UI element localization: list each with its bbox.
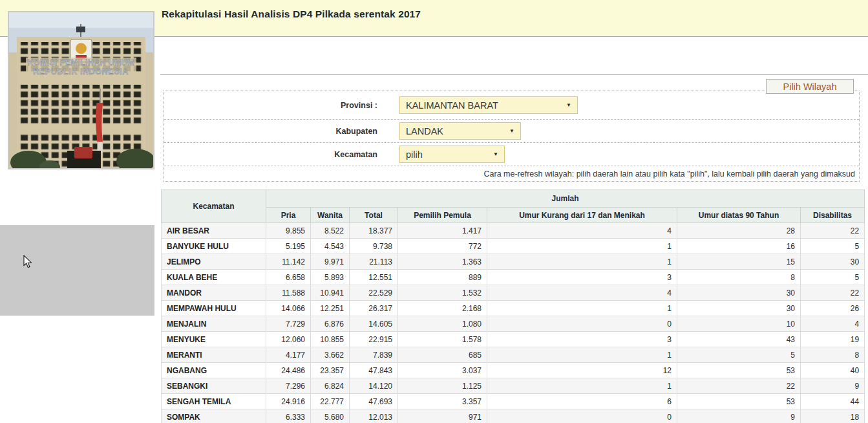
value-cell: 1.532 <box>398 285 487 301</box>
value-cell: 0 <box>487 409 677 423</box>
kecamatan-cell: MENYUKE <box>162 332 266 347</box>
value-cell: 1.080 <box>398 316 487 332</box>
value-cell: 1.578 <box>398 332 487 347</box>
value-cell: 1 <box>487 239 677 254</box>
value-cell: 24.486 <box>266 363 311 378</box>
value-cell: 53 <box>677 394 801 409</box>
kecamatan-cell: AIR BESAR <box>162 223 266 239</box>
value-cell: 6.658 <box>266 270 311 285</box>
kecamatan-cell: JELIMPO <box>162 254 266 270</box>
value-cell: 12.251 <box>311 301 350 316</box>
table-row: AIR BESAR9.8558.52218.3771.41742822 <box>162 223 865 239</box>
value-cell: 9.855 <box>266 223 311 239</box>
region-form-panel: Provinsi : KALIMANTAN BARAT ▼ Kabupaten … <box>164 91 860 182</box>
kecamatan-cell: MERANTI <box>162 347 266 363</box>
value-cell: 40 <box>801 363 865 378</box>
value-cell: 22.777 <box>311 394 350 409</box>
provinsi-label: Provinsi : <box>164 101 377 110</box>
value-cell: 22.915 <box>350 332 398 347</box>
dp4-table: Kecamatan Jumlah PriaWanitaTotalPemilih … <box>161 190 865 423</box>
value-cell: 22 <box>801 285 865 301</box>
sidebar-placeholder <box>0 225 154 316</box>
value-cell: 30 <box>677 301 801 316</box>
value-cell: 7.839 <box>350 347 398 363</box>
value-cell: 7.729 <box>266 316 311 332</box>
value-cell: 18 <box>801 409 865 423</box>
column-header: Umur Kurang dari 17 dan Menikah <box>487 208 677 223</box>
kecamatan-cell: NGABANG <box>162 363 266 378</box>
value-cell: 3.357 <box>398 394 487 409</box>
value-cell: 23.357 <box>311 363 350 378</box>
value-cell: 7.296 <box>266 378 311 394</box>
antenna-box <box>76 27 85 32</box>
kecamatan-cell: SOMPAK <box>162 409 266 423</box>
value-cell: 4.543 <box>311 239 350 254</box>
column-header: Disabilitas <box>801 208 865 223</box>
value-cell: 6.824 <box>311 378 350 394</box>
table-row: MEMPAWAH HULU14.06612.25126.3172.1681302… <box>162 301 865 316</box>
value-cell: 1.417 <box>398 223 487 239</box>
table-row: MANDOR11.58810.94122.5291.53243022 <box>162 285 865 301</box>
value-cell: 9.738 <box>350 239 398 254</box>
value-cell: 1.363 <box>398 254 487 270</box>
value-cell: 2.168 <box>398 301 487 316</box>
value-cell: 4.177 <box>266 347 311 363</box>
column-header: Pemilih Pemula <box>398 208 487 223</box>
table-body: AIR BESAR9.8558.52218.3771.41742822BANYU… <box>162 223 865 423</box>
value-cell: 22 <box>801 223 865 239</box>
column-header: Pria <box>266 208 311 223</box>
group-header-row: Kecamatan Jumlah <box>162 190 865 208</box>
value-cell: 1 <box>487 347 677 363</box>
value-cell: 8 <box>801 347 865 363</box>
value-cell: 9 <box>677 409 801 423</box>
value-cell: 5.893 <box>311 270 350 285</box>
value-cell: 5.195 <box>266 239 311 254</box>
value-cell: 0 <box>487 316 677 332</box>
value-cell: 26.317 <box>350 301 398 316</box>
kecamatan-column-header: Kecamatan <box>162 190 266 223</box>
kpu-building-illustration: KOMISI PEMILIHAN UMUM REPUBLIK INDONESIA <box>9 12 153 168</box>
sub-header-row: PriaWanitaTotalPemilih PemulaUmur Kurang… <box>162 208 865 223</box>
table-row: SENGAH TEMILA24.91622.77747.6933.3576534… <box>162 394 865 409</box>
kabupaten-label: Kabupaten <box>164 127 377 136</box>
value-cell: 10.855 <box>311 332 350 347</box>
value-cell: 4 <box>487 285 677 301</box>
value-cell: 21.113 <box>350 254 398 270</box>
kecamatan-cell: MEMPAWAH HULU <box>162 301 266 316</box>
value-cell: 5 <box>801 239 865 254</box>
value-cell: 24.916 <box>266 394 311 409</box>
value-cell: 10.941 <box>311 285 350 301</box>
value-cell: 12.551 <box>350 270 398 285</box>
chevron-down-icon: ▼ <box>566 102 571 108</box>
value-cell: 3 <box>487 270 677 285</box>
value-cell: 4 <box>801 316 865 332</box>
provinsi-select[interactable]: KALIMANTAN BARAT ▼ <box>399 96 578 114</box>
provinsi-value: KALIMANTAN BARAT <box>406 100 498 111</box>
value-cell: 12 <box>487 363 677 378</box>
value-cell: 3.662 <box>311 347 350 363</box>
value-cell: 1 <box>487 378 677 394</box>
table-row: KUALA BEHE6.6585.89312.551889385 <box>162 270 865 285</box>
value-cell: 971 <box>398 409 487 423</box>
value-cell: 8 <box>677 270 801 285</box>
value-cell: 5.680 <box>311 409 350 423</box>
kabupaten-value: LANDAK <box>406 126 443 136</box>
value-cell: 30 <box>677 285 801 301</box>
kecamatan-select[interactable]: pilih ▼ <box>399 146 505 163</box>
value-cell: 47.843 <box>350 363 398 378</box>
table-row: NGABANG24.48623.35747.8433.037125340 <box>162 363 865 378</box>
kabupaten-select[interactable]: LANDAK ▼ <box>399 122 521 140</box>
kecamatan-value: pilih <box>406 149 423 160</box>
chevron-down-icon: ▼ <box>493 151 498 157</box>
chevron-down-icon: ▼ <box>509 128 514 134</box>
column-header: Wanita <box>311 208 350 223</box>
value-cell: 14.066 <box>266 301 311 316</box>
pilih-wilayah-tab[interactable]: Pilih Wilayah <box>766 79 854 94</box>
kpu-building-photo: KOMISI PEMILIHAN UMUM REPUBLIK INDONESIA <box>8 11 154 169</box>
value-cell: 3.037 <box>398 363 487 378</box>
value-cell: 8.522 <box>311 223 350 239</box>
value-cell: 9 <box>801 378 865 394</box>
mouse-cursor <box>23 255 33 268</box>
value-cell: 6.876 <box>311 316 350 332</box>
value-cell: 772 <box>398 239 487 254</box>
